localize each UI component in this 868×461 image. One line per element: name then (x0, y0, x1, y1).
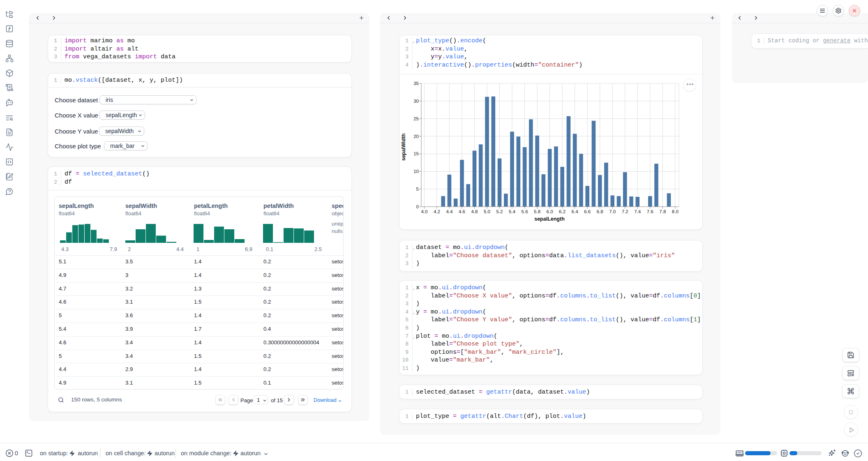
svg-text:4.0: 4.0 (421, 209, 427, 214)
svg-text:25: 25 (413, 116, 419, 121)
svg-text:10: 10 (413, 169, 419, 174)
svg-text:35: 35 (413, 81, 419, 86)
svg-text:30: 30 (413, 99, 419, 104)
svg-text:8.0: 8.0 (672, 209, 679, 214)
svg-text:15: 15 (413, 151, 419, 156)
svg-text:5: 5 (416, 187, 419, 191)
svg-text:5.2: 5.2 (496, 209, 503, 214)
svg-text:5.4: 5.4 (509, 209, 516, 214)
svg-text:sepalLength: sepalLength (534, 216, 565, 222)
svg-text:7.2: 7.2 (622, 209, 628, 214)
svg-text:5.8: 5.8 (534, 209, 540, 214)
svg-text:6.6: 6.6 (584, 209, 591, 214)
svg-text:4.8: 4.8 (471, 209, 478, 214)
svg-text:4.4: 4.4 (446, 209, 453, 214)
svg-text:sepalWidth: sepalWidth (401, 134, 406, 161)
svg-text:0: 0 (416, 204, 419, 209)
svg-text:7.6: 7.6 (647, 209, 653, 214)
svg-text:4.2: 4.2 (434, 209, 440, 214)
svg-text:7.0: 7.0 (609, 209, 616, 214)
svg-text:5.0: 5.0 (484, 209, 490, 214)
svg-text:6.8: 6.8 (597, 209, 603, 214)
svg-text:6.4: 6.4 (572, 209, 579, 214)
svg-text:20: 20 (413, 134, 419, 139)
svg-text:5.6: 5.6 (522, 209, 528, 214)
svg-text:7.8: 7.8 (659, 209, 666, 214)
svg-text:6.2: 6.2 (559, 209, 566, 214)
svg-text:7.4: 7.4 (634, 209, 641, 214)
svg-text:6.0: 6.0 (547, 209, 553, 214)
svg-text:4.6: 4.6 (459, 209, 465, 214)
